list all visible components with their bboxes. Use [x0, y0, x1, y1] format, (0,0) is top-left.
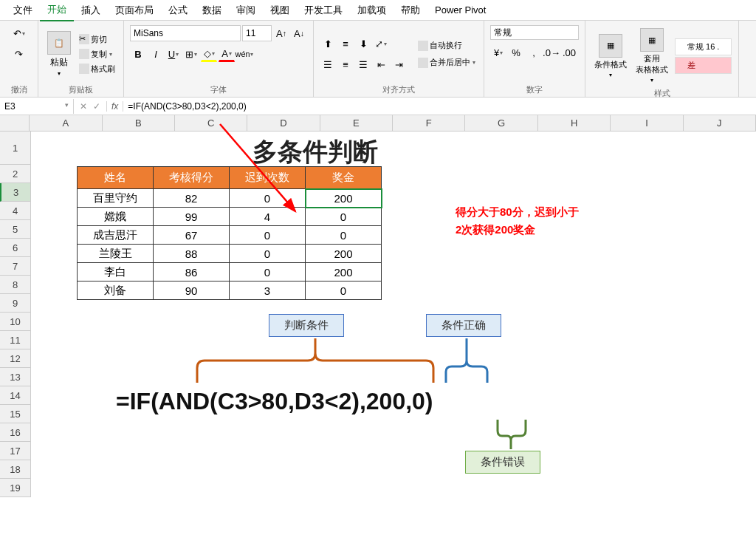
merge-center-button[interactable]: 合并后居中 — [416, 56, 478, 69]
table-row: 李白 86 0 200 — [78, 263, 382, 281]
cell[interactable]: 86 — [154, 263, 230, 281]
orientation-button[interactable]: ⤢ — [373, 35, 389, 52]
cell[interactable]: 200 — [306, 263, 382, 281]
format-as-table-button[interactable]: ▦ 套用 表格格式▾ — [633, 25, 671, 86]
cell-style-bad[interactable]: 差 — [675, 57, 732, 74]
annotation-false: 条件错误 — [465, 451, 540, 474]
svg-line-1 — [220, 124, 295, 211]
row-header[interactable]: 13 — [0, 368, 30, 386]
menu-help[interactable]: 帮助 — [394, 0, 427, 21]
menu-powerpivot[interactable]: Power Pivot — [427, 1, 493, 19]
row-header[interactable]: 8 — [0, 276, 30, 294]
row-header[interactable]: 9 — [0, 294, 30, 313]
row-header[interactable]: 19 — [0, 479, 30, 497]
decrease-indent-button[interactable]: ⇤ — [373, 56, 389, 72]
cell[interactable]: 0 — [306, 281, 382, 300]
annotation-true: 条件正确 — [426, 314, 501, 337]
styles-group-label: 样式 — [591, 86, 732, 99]
wrap-text-button[interactable]: 自动换行 — [416, 39, 478, 52]
cell[interactable]: 3 — [230, 281, 306, 300]
row-header[interactable]: 12 — [0, 349, 30, 368]
row-header[interactable]: 17 — [0, 442, 30, 460]
wrap-icon — [418, 41, 428, 51]
increase-decimal-button[interactable]: .0→ — [543, 44, 560, 61]
explanation-note: 得分大于80分，迟到小于 2次获得200奖金 — [456, 203, 579, 239]
number-group-label: 数字 — [490, 83, 579, 95]
col-header[interactable]: G — [465, 115, 537, 131]
row-header[interactable]: 18 — [0, 460, 30, 479]
row-header[interactable]: 11 — [0, 331, 30, 349]
table-row: 刘备 90 3 0 — [78, 281, 382, 300]
row-header[interactable]: 10 — [0, 313, 30, 331]
increase-indent-button[interactable]: ⇥ — [391, 56, 407, 72]
row-header[interactable]: 14 — [0, 386, 30, 405]
cell[interactable]: 0 — [230, 263, 306, 281]
row-header[interactable]: 15 — [0, 405, 30, 423]
merge-icon — [418, 58, 428, 68]
cell[interactable]: 刘备 — [78, 281, 154, 300]
cell[interactable]: 李白 — [78, 263, 154, 281]
currency-button[interactable]: ¥ — [490, 44, 506, 61]
cond-format-icon: ▦ — [599, 34, 622, 58]
pointer-arrow — [0, 0, 369, 259]
cell[interactable]: 90 — [154, 281, 230, 300]
col-header[interactable]: I — [611, 115, 683, 131]
col-header[interactable]: H — [538, 115, 611, 131]
cell-style-normal[interactable]: 常规 16 . — [675, 38, 732, 55]
big-formula-display: =IF(AND(C3>80,D3<2),200,0) — [116, 388, 433, 415]
decrease-decimal-button[interactable]: .00 — [561, 44, 577, 61]
row-header[interactable]: 16 — [0, 423, 30, 442]
conditional-format-button[interactable]: ▦ 条件格式▾ — [591, 31, 630, 81]
col-header[interactable]: J — [684, 115, 756, 131]
col-header[interactable]: F — [393, 115, 465, 131]
annotation-condition: 判断条件 — [269, 314, 344, 337]
row-header[interactable]: 7 — [0, 257, 30, 276]
table-format-icon: ▦ — [640, 28, 664, 52]
comma-button[interactable]: , — [526, 44, 542, 61]
percent-button[interactable]: % — [508, 44, 524, 61]
number-format-select[interactable] — [490, 25, 579, 40]
